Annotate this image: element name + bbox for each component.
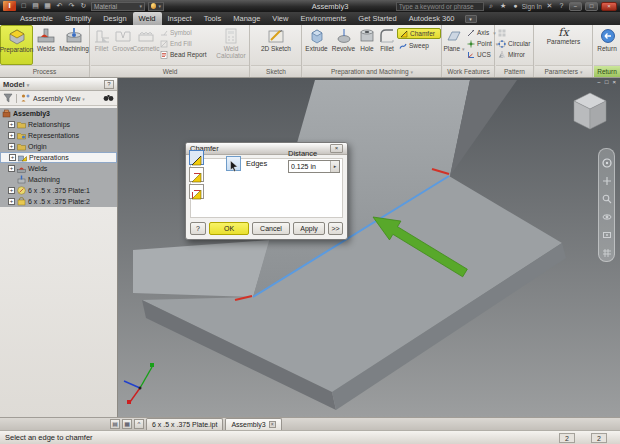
- tab-design[interactable]: Design: [97, 12, 132, 25]
- parameters-button[interactable]: fx Parameters: [537, 25, 591, 65]
- look-at-icon[interactable]: [602, 226, 612, 236]
- chamfer-button[interactable]: Chamfer: [397, 28, 441, 39]
- panel-label-parameters[interactable]: Parameters: [535, 65, 592, 77]
- filter-icon[interactable]: [3, 93, 13, 104]
- tab-get-started[interactable]: Get Started: [352, 12, 402, 25]
- doc-minimize-icon[interactable]: [597, 79, 601, 85]
- 2d-sketch-button[interactable]: 2D Sketch: [256, 25, 296, 65]
- graphics-window[interactable]: Chamfer Edges: [118, 78, 620, 417]
- expand-icon[interactable]: [8, 132, 15, 139]
- tab-tools[interactable]: Tools: [198, 12, 228, 25]
- material-dropdown[interactable]: Material: [91, 2, 145, 11]
- tree-item-plate-2[interactable]: 6 x .5 x .375 Plate:2: [0, 196, 117, 207]
- panel-label-preparation-machining[interactable]: Preparation and Machining: [303, 65, 441, 77]
- expand-icon[interactable]: [8, 198, 15, 205]
- ok-button[interactable]: OK: [209, 222, 249, 235]
- expand-icon[interactable]: [8, 143, 15, 150]
- tab-simplify[interactable]: Simplify: [59, 12, 97, 25]
- tree-item-machining[interactable]: Machining: [0, 174, 117, 185]
- apply-button[interactable]: Apply: [293, 222, 325, 235]
- tree-item-welds[interactable]: Welds: [0, 163, 117, 174]
- navigation-wheel-icon[interactable]: [602, 154, 612, 164]
- tab-manage[interactable]: Manage: [227, 12, 266, 25]
- bead-report-button[interactable]: Bead Report: [158, 50, 214, 59]
- ribbon-display-options-icon[interactable]: [465, 15, 477, 23]
- search-icon[interactable]: ⌕: [487, 1, 496, 11]
- welds-button[interactable]: Welds: [33, 25, 59, 65]
- search-binoculars-icon[interactable]: [103, 94, 114, 103]
- extrude-button[interactable]: Extrude: [303, 25, 330, 65]
- tab-autodesk-360[interactable]: Autodesk 360: [403, 12, 461, 25]
- doc-restore-icon[interactable]: [605, 79, 609, 85]
- tab-close-icon[interactable]: [269, 421, 276, 428]
- dialog-help-button[interactable]: [190, 222, 206, 235]
- tab-weld[interactable]: Weld: [133, 12, 162, 25]
- plane-button[interactable]: Plane: [443, 25, 465, 65]
- distance-input[interactable]: [289, 161, 330, 172]
- base-plate-top-left[interactable]: [133, 240, 270, 297]
- exchange-apps-icon[interactable]: ✕: [545, 1, 554, 11]
- tree-item-representations[interactable]: Representations: [0, 130, 117, 141]
- point-button[interactable]: Point: [465, 39, 494, 48]
- tab-environments[interactable]: Environments: [294, 12, 352, 25]
- inventor-logo-icon[interactable]: I: [3, 1, 16, 11]
- maximize-button[interactable]: [585, 2, 598, 11]
- tree-item-relationships[interactable]: Relationships: [0, 119, 117, 130]
- cancel-button[interactable]: Cancel: [252, 222, 290, 235]
- axis-button[interactable]: Axis: [465, 28, 494, 37]
- assembly-view-dropdown[interactable]: Assembly View: [33, 95, 85, 102]
- more-options-button[interactable]: >>: [328, 222, 343, 235]
- tab-inspect[interactable]: Inspect: [162, 12, 198, 25]
- ucs-button[interactable]: UCS: [465, 50, 494, 59]
- help-icon[interactable]: [557, 1, 566, 11]
- tab-assemble[interactable]: Assemble: [14, 12, 59, 25]
- view-cube[interactable]: [570, 91, 610, 133]
- revolve-button[interactable]: Revolve: [330, 25, 357, 65]
- hole-button[interactable]: Hole: [357, 25, 377, 65]
- tile-windows-icon[interactable]: [122, 419, 132, 429]
- chamfer-distance-type-button[interactable]: [189, 150, 204, 165]
- update-icon[interactable]: ↻: [79, 1, 88, 11]
- return-button[interactable]: Return: [594, 25, 620, 65]
- doc-tab-plate[interactable]: 6 x .5 x .375 Plate.ipt: [146, 418, 223, 430]
- expand-icon[interactable]: [8, 121, 15, 128]
- new-file-icon[interactable]: □: [19, 1, 28, 11]
- help-search-input[interactable]: [396, 2, 484, 11]
- expand-tabs-icon[interactable]: [134, 419, 144, 429]
- tab-view[interactable]: View: [266, 12, 294, 25]
- tree-item-assembly3[interactable]: Assembly3: [0, 108, 117, 119]
- mirror-button[interactable]: Mirror: [496, 50, 532, 59]
- tree-item-origin[interactable]: Origin: [0, 141, 117, 152]
- expand-icon[interactable]: [8, 187, 15, 194]
- preparation-button[interactable]: Preparation: [0, 25, 33, 65]
- clean-screen-icon[interactable]: [110, 419, 120, 429]
- machining-button[interactable]: Machining: [59, 25, 89, 65]
- edges-select-button[interactable]: [226, 156, 241, 171]
- undo-icon[interactable]: ↶: [55, 1, 64, 11]
- zoom-icon[interactable]: [602, 190, 612, 200]
- open-icon[interactable]: ▤: [31, 1, 40, 11]
- doc-tab-assembly3[interactable]: Assembly3: [225, 418, 281, 430]
- navigation-bar[interactable]: [598, 148, 615, 262]
- appearance-dropdown[interactable]: [148, 2, 164, 11]
- orbit-icon[interactable]: [602, 208, 612, 218]
- close-button[interactable]: [601, 2, 617, 11]
- favorites-star-icon[interactable]: ★: [499, 1, 508, 11]
- fillet-button[interactable]: Fillet: [377, 25, 397, 65]
- expand-icon[interactable]: [9, 154, 16, 161]
- chamfer-dialog[interactable]: Chamfer Edges: [185, 142, 348, 240]
- pan-icon[interactable]: [602, 172, 612, 182]
- chamfer-distance-angle-type-button[interactable]: [189, 167, 204, 182]
- circular-pattern-button[interactable]: Circular: [496, 39, 532, 48]
- browser-title[interactable]: Model: [3, 80, 29, 89]
- tree-item-plate-1[interactable]: 6 x .5 x .375 Plate:1: [0, 185, 117, 196]
- minimize-button[interactable]: [569, 2, 582, 11]
- redo-icon[interactable]: ↷: [67, 1, 76, 11]
- browser-help-icon[interactable]: [104, 80, 114, 89]
- chamfer-two-distances-type-button[interactable]: [189, 184, 204, 199]
- expand-icon[interactable]: [8, 165, 15, 172]
- distance-flyout-icon[interactable]: [330, 161, 339, 172]
- save-icon[interactable]: ▦: [43, 1, 52, 11]
- sign-in-button[interactable]: ● Sign In: [511, 1, 542, 11]
- doc-close-icon[interactable]: [612, 79, 616, 85]
